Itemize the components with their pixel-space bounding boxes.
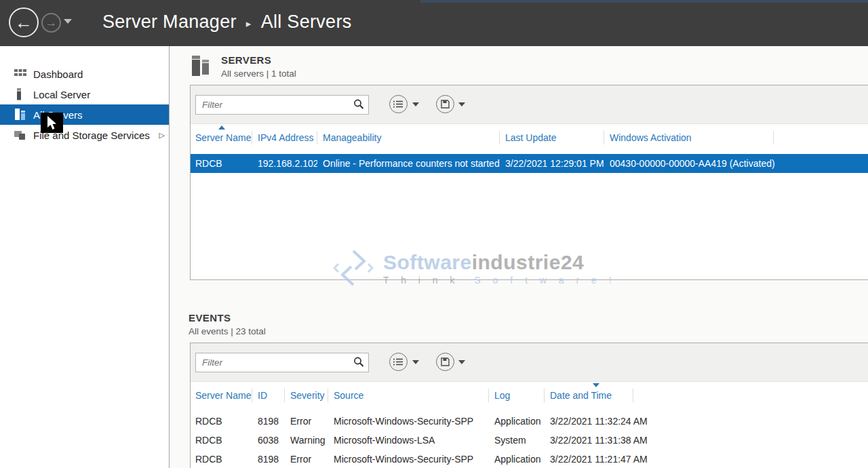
- server-ipv4-cell: 192.168.2.102: [252, 158, 317, 169]
- sort-descending-icon: [593, 383, 599, 387]
- column-header-severity[interactable]: Severity: [285, 389, 328, 402]
- sidebar-item-all-servers[interactable]: All Servers: [0, 104, 169, 125]
- event-severity-cell: Error: [285, 454, 328, 465]
- navigation-sidebar: Dashboard Local Server All Servers File …: [0, 46, 170, 468]
- sidebar-item-dashboard[interactable]: Dashboard: [0, 64, 169, 84]
- events-filter: [195, 353, 369, 372]
- events-title: EVENTS: [189, 312, 266, 324]
- column-header-id[interactable]: ID: [252, 389, 285, 402]
- events-view-options-caret-icon[interactable]: [412, 360, 419, 364]
- watermark-tagline: T h i n k S o f t w a r e !: [383, 275, 616, 286]
- search-icon[interactable]: [353, 356, 365, 368]
- servers-view-options-button[interactable]: [389, 95, 408, 113]
- breadcrumb-separator-icon: ▸: [246, 15, 252, 30]
- column-header-date-and-time[interactable]: Date and Time: [545, 389, 633, 402]
- server-activation-cell: 00430-00000-00000-AA419 (Activated): [604, 158, 774, 169]
- expand-chevron-icon[interactable]: ▷: [159, 131, 165, 140]
- event-source-cell: Microsoft-Windows-Security-SPP: [328, 416, 489, 427]
- forward-button[interactable]: →: [41, 13, 61, 33]
- event-id-cell: 8198: [252, 416, 285, 427]
- back-arrow-icon: ←: [15, 12, 33, 33]
- event-log-cell: Application: [489, 416, 545, 427]
- servers-save-query-button[interactable]: [436, 95, 454, 113]
- main-content: SERVERS All servers | 1 total: [170, 46, 868, 468]
- servers-subtitle: All servers | 1 total: [221, 69, 296, 79]
- servers-view-options-caret-icon[interactable]: [412, 102, 419, 106]
- breadcrumb-current: All Servers: [261, 12, 352, 33]
- server-row-rdcb[interactable]: RDCB 192.168.2.102 Online - Performance …: [191, 154, 868, 173]
- mouse-cursor: [41, 113, 63, 133]
- titlebar-accent-strip: [420, 0, 868, 3]
- sidebar-item-label: Local Server: [33, 89, 90, 100]
- sidebar-item-local-server[interactable]: Local Server: [0, 84, 169, 104]
- column-header-server-name[interactable]: Server Name: [191, 389, 252, 402]
- column-header-server-name[interactable]: Server Name: [191, 131, 252, 144]
- event-datetime-cell: 3/22/2021 11:32:24 AM: [545, 416, 633, 427]
- events-toolbar: [191, 343, 868, 382]
- event-datetime-cell: 3/22/2021 11:31:38 AM: [545, 435, 633, 446]
- search-icon[interactable]: [353, 98, 365, 111]
- servers-toolbar: [191, 85, 868, 124]
- dashboard-icon: [14, 68, 27, 80]
- server-last-update-cell: 3/22/2021 12:29:01 PM: [500, 158, 604, 169]
- event-source-cell: Microsoft-Windows-Security-SPP: [328, 454, 489, 465]
- events-save-query-caret-icon[interactable]: [458, 360, 465, 364]
- event-row[interactable]: RDCB 8198 Error Microsoft-Windows-Securi…: [191, 412, 868, 431]
- breadcrumb-root[interactable]: Server Manager: [102, 12, 237, 33]
- events-save-query-button[interactable]: [436, 353, 454, 371]
- column-header-windows-activation[interactable]: Windows Activation: [604, 131, 774, 144]
- event-severity-cell: Error: [285, 416, 328, 427]
- sidebar-item-file-storage-services[interactable]: File and Storage Services ▷: [0, 125, 169, 145]
- list-view-icon: [393, 100, 403, 109]
- event-row[interactable]: RDCB 8198 Error Microsoft-Windows-Securi…: [191, 450, 868, 468]
- column-header-filler: [774, 131, 868, 144]
- event-server-cell: RDCB: [191, 416, 252, 427]
- event-source-cell: Microsoft-Windows-LSA: [328, 435, 489, 446]
- watermark-brand: Softwareindustrie24: [383, 251, 616, 274]
- nav-history-caret-icon[interactable]: [64, 19, 72, 24]
- column-header-manageability[interactable]: Manageability: [317, 131, 500, 144]
- event-severity-cell: Warning: [285, 435, 328, 446]
- event-server-cell: RDCB: [191, 454, 252, 465]
- servers-panel: Server Name IPv4 Address Manageability L…: [190, 85, 868, 280]
- sidebar-item-label: Dashboard: [33, 69, 83, 80]
- column-header-last-update[interactable]: Last Update: [500, 131, 604, 144]
- servers-tile-icon: [192, 54, 212, 79]
- events-view-options-button[interactable]: [389, 353, 408, 371]
- servers-section-header: SERVERS All servers | 1 total: [192, 54, 296, 79]
- events-section-header: EVENTS All events | 23 total: [189, 312, 266, 336]
- servers-filter-input[interactable]: [195, 95, 369, 115]
- all-servers-icon: [14, 109, 27, 121]
- event-row[interactable]: RDCB 6038 Warning Microsoft-Windows-LSA …: [191, 431, 868, 450]
- back-button[interactable]: ←: [9, 7, 39, 37]
- servers-table-header: Server Name IPv4 Address Manageability L…: [191, 127, 868, 149]
- server-name-cell: RDCB: [191, 158, 252, 169]
- servers-save-query-caret-icon[interactable]: [458, 102, 465, 106]
- breadcrumb: Server Manager ▸ All Servers: [102, 12, 351, 33]
- save-query-icon: [441, 357, 450, 366]
- events-panel: Server Name ID Severity Source Log Date …: [190, 343, 868, 468]
- softwareindustrie24-logo-icon: [333, 248, 374, 288]
- events-table-header: Server Name ID Severity Source Log Date …: [191, 385, 868, 406]
- event-id-cell: 8198: [252, 454, 285, 465]
- forward-arrow-icon: →: [45, 16, 57, 30]
- event-log-cell: System: [489, 435, 545, 446]
- server-manageability-cell: Online - Performance counters not starte…: [317, 158, 500, 169]
- title-bar: ← → Server Manager ▸ All Servers: [0, 0, 868, 46]
- server-manager-window: ← → Server Manager ▸ All Servers Dashboa…: [0, 0, 868, 468]
- list-view-icon: [393, 357, 403, 366]
- file-storage-services-icon: [14, 129, 27, 141]
- events-subtitle: All events | 23 total: [189, 326, 266, 336]
- save-query-icon: [441, 100, 450, 109]
- event-id-cell: 6038: [252, 435, 285, 446]
- softwareindustrie24-watermark: Softwareindustrie24 T h i n k S o f t w …: [333, 248, 616, 288]
- column-header-filler: [633, 389, 868, 402]
- servers-title: SERVERS: [221, 54, 296, 66]
- column-header-log[interactable]: Log: [489, 389, 545, 402]
- column-header-ipv4-address[interactable]: IPv4 Address: [252, 131, 317, 144]
- events-filter-input[interactable]: [195, 353, 369, 372]
- event-datetime-cell: 3/22/2021 11:21:47 AM: [545, 454, 633, 465]
- column-header-source[interactable]: Source: [328, 389, 489, 402]
- local-server-icon: [14, 88, 27, 100]
- event-server-cell: RDCB: [191, 435, 252, 446]
